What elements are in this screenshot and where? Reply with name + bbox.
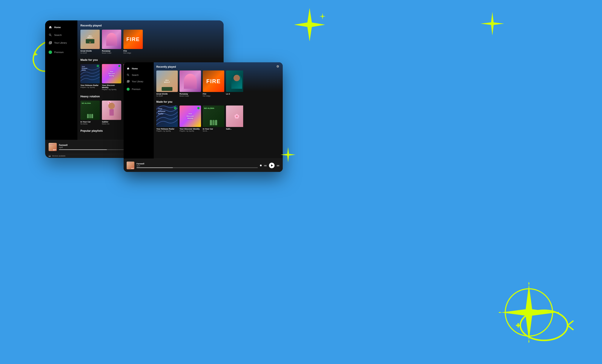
card-runaway-small[interactable]: Runaway Beast Coast — [180, 71, 201, 97]
home-icon-small — [127, 67, 130, 70]
runaway-subtitle-small: Beast Coast — [180, 95, 201, 97]
library-label-small: Your Library — [132, 80, 143, 83]
player-thumb-large: april farewell — [49, 143, 57, 151]
release-radar-subtitle-small: Playlist • by Spotify — [156, 130, 178, 132]
card-sablier-small[interactable]: 🌸 Sabl... — [226, 105, 243, 132]
progress-bar-small[interactable] — [137, 167, 258, 168]
home-icon-large — [49, 26, 52, 29]
heart-icon-small[interactable] — [260, 165, 262, 166]
discover-weekly-title-large: Your Discover Weekly — [102, 84, 121, 89]
card-release-radar-large[interactable]: Your Release Radar S Your Release Radar … — [80, 64, 100, 91]
play-btn-small[interactable] — [269, 163, 275, 168]
sablier-subtitle-large: Marie-Clo — [102, 123, 121, 125]
discover-weekly-subtitle-small: Playlist • by Spotify — [180, 130, 201, 132]
home-label-large: Home — [54, 26, 61, 29]
sidebar-item-home-large[interactable]: Home — [45, 24, 77, 31]
card-discover-weekly-small[interactable]: S Your Discover Weekly Your Discover Wee… — [180, 105, 201, 132]
player-artist-small: April — [137, 165, 258, 167]
sablier-title-large: Sablier — [102, 121, 121, 123]
card-ira-wolf-small[interactable]: IRA WOLF Great Divide Ira Wolff — [156, 71, 178, 97]
player-info-small: Farewell April — [137, 163, 258, 168]
card-ira-wolf-large[interactable]: IRA WOLF Great Divide Ira Wolff — [80, 30, 100, 54]
search-label-small: Search — [132, 74, 139, 76]
library-label-large: Your Library — [54, 42, 67, 44]
settings-icon-small[interactable] — [276, 65, 279, 69]
runaway-title-large: Runaway — [102, 50, 121, 52]
play-triangle-small — [271, 164, 273, 166]
search-label-large: Search — [54, 34, 62, 36]
devices-label-large: Devices available — [52, 155, 65, 157]
sidebar-item-premium-small[interactable]: Premium — [124, 86, 154, 92]
release-radar-subtitle-large: Playlist • by Spotify — [80, 86, 100, 88]
ira-wolf-title-large: Great Divide — [80, 50, 100, 52]
sidebar-small: Home Search Your Library Premium — [124, 62, 154, 159]
card-in-your-car-small[interactable]: NO ALOHA In Your Car No Al... — [203, 105, 224, 132]
fire-subtitle-large: Kid Indigo — [123, 52, 143, 54]
in-your-car-subtitle-large: No Aloha — [80, 123, 100, 125]
home-label-small: Home — [132, 67, 138, 70]
made-for-you-row-small: Your Release Radar S Your Release Radar … — [156, 105, 280, 132]
made-for-you-title-large: Made for you — [80, 58, 221, 62]
release-radar-title-large: Your Release Radar — [80, 84, 100, 86]
card-discover-weekly-large[interactable]: S Your Discover Weekly Your Discover Wee… — [102, 64, 121, 91]
in-your-car-title-small: In Your Car — [203, 128, 224, 130]
premium-label-large: Premium — [54, 51, 64, 53]
card-release-radar-small[interactable]: Your Release Radar S Your Release Radar … — [156, 105, 178, 132]
sidebar-item-library-large[interactable]: Your Library — [45, 39, 77, 46]
discover-weekly-subtitle-large: Playlist • by Spotify — [102, 89, 121, 91]
progress-fill-small — [137, 167, 173, 168]
library-icon-large — [49, 41, 52, 44]
made-for-you-title-small: Made for you — [156, 100, 280, 103]
card-fire-large[interactable]: FIRE Fire Kid Indigo — [123, 30, 143, 54]
search-icon-small — [127, 73, 130, 76]
in-your-car-title-large: In Your Car — [80, 121, 100, 123]
sidebar-item-home-small[interactable]: Home — [124, 66, 154, 71]
tablet-small: Home Search Your Library Premium — [124, 62, 283, 172]
release-radar-title-small: Your Release Radar — [156, 128, 178, 130]
player-controls-small: ⏮ ⏭ — [264, 163, 280, 168]
premium-label-small: Premium — [132, 88, 140, 91]
sidebar-item-search-small[interactable]: Search — [124, 72, 154, 78]
fire-title-large: Fire — [123, 50, 143, 52]
premium-icon-large — [49, 51, 52, 54]
discover-weekly-title-small: Your Discover Weekly — [180, 128, 201, 130]
fire-title-small: Fire — [203, 93, 224, 95]
sidebar-large: Home Search Your Library Premium — [45, 21, 77, 140]
player-track-small: Farewell — [137, 163, 258, 165]
sidebar-item-library-small[interactable]: Your Library — [124, 79, 154, 84]
progress-fill-large — [59, 149, 107, 150]
prev-btn-small[interactable]: ⏮ — [264, 164, 267, 167]
player-bar-small: april farewell Farewell April ⏮ ⏭ — [124, 159, 283, 172]
main-content-small[interactable]: Recently played IRA WOLF — [154, 62, 283, 159]
library-icon-small — [127, 80, 130, 83]
player-thumb-small: april farewell — [127, 162, 134, 169]
fire-subtitle-small: Kid Indigo — [203, 95, 224, 97]
runaway-title-small: Runaway — [180, 93, 201, 95]
next-btn-small[interactable]: ⏭ — [277, 164, 280, 167]
search-icon-large — [49, 33, 52, 37]
premium-icon-small — [127, 88, 130, 91]
recently-played-title-large: Recently played — [80, 24, 221, 27]
runaway-subtitle-large: Beast Coast — [102, 52, 121, 54]
card-fire-small[interactable]: FIRE Fire Kid Indigo — [203, 71, 224, 97]
recently-played-title-small: Recently played — [156, 65, 280, 68]
card-sablier-large[interactable]: 🌸 Sablier Marie-Clo — [102, 101, 121, 125]
in-your-car-subtitle-small: No Al... — [203, 130, 224, 132]
sidebar-item-search-large[interactable]: Search — [45, 31, 77, 39]
ira-wolf-subtitle-small: Ira Wolff — [156, 95, 178, 97]
lo2-title-small: Lo 2 — [226, 93, 243, 95]
card-lo2-small[interactable]: Lo 2 — [226, 71, 243, 97]
card-runaway-large[interactable]: Runaway Beast Coast — [102, 30, 121, 54]
recently-played-row-small: IRA WOLF Great Divide Ira Wolff — [156, 71, 280, 97]
sidebar-item-premium-large[interactable]: Premium — [45, 49, 77, 56]
ira-wolf-subtitle-large: Ira Wolff — [80, 52, 100, 54]
ira-wolf-title-small: Great Divide — [156, 93, 178, 95]
sablier-title-small: Sabl... — [226, 128, 243, 130]
card-in-your-car-large[interactable]: NO ALOHA In Your Car No — [80, 101, 100, 125]
recently-played-row-large: IRA WOLF Great Divide Ira Wolff — [80, 30, 221, 54]
